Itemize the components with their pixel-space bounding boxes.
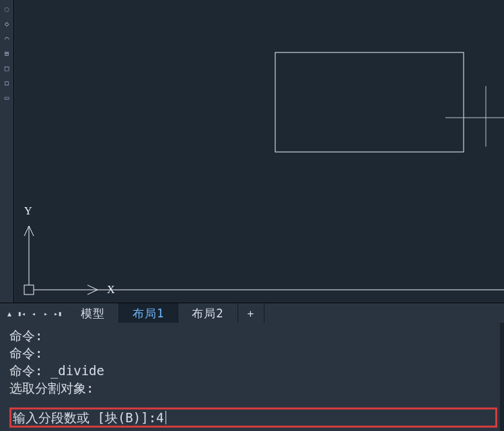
- text-cursor-icon: [166, 411, 166, 424]
- tool-icon[interactable]: ⊞: [1, 47, 13, 59]
- svg-line-3: [87, 290, 98, 295]
- last-tab-icon[interactable]: ▸▮: [52, 308, 63, 319]
- console-line: 命令:: [9, 327, 503, 344]
- tool-icon[interactable]: □: [1, 62, 13, 74]
- next-tab-icon[interactable]: ▸: [40, 308, 51, 319]
- layout-tab-bar: ▲ ▮◂ ◂ ▸ ▸▮ 模型 布局1 布局2 +: [0, 303, 504, 324]
- scroll-up-icon[interactable]: ▲: [4, 308, 15, 319]
- tab-nav-group: ▲ ▮◂ ◂ ▸ ▸▮: [0, 308, 67, 319]
- tab-list: 模型 布局1 布局2 +: [67, 303, 264, 323]
- drawing-rectangle[interactable]: [275, 52, 464, 152]
- command-console: 命令: 命令: 命令: _divide 选取分割对象: 输入分段数或 [块(B)…: [0, 323, 504, 431]
- tool-icon[interactable]: ⌒: [1, 32, 13, 44]
- console-line: 命令:: [9, 344, 503, 362]
- tool-icon[interactable]: ▭: [1, 91, 13, 104]
- console-line: 命令: _divide: [9, 362, 503, 379]
- drawing-canvas[interactable]: Y X: [15, 0, 504, 303]
- svg-line-5: [24, 226, 29, 236]
- svg-rect-0: [24, 285, 34, 295]
- tool-icon[interactable]: ◌: [1, 3, 13, 15]
- canvas-svg: Y X: [15, 0, 504, 303]
- scrollbar-vertical[interactable]: [500, 323, 504, 431]
- tab-model[interactable]: 模型: [67, 303, 119, 323]
- left-toolbar: ◌ ◇ ⌒ ⊞ □ ◻ ▭: [0, 0, 14, 303]
- first-tab-icon[interactable]: ▮◂: [16, 308, 27, 319]
- command-prompt-label: 输入分段数或 [块(B)]:: [13, 409, 156, 426]
- svg-line-6: [29, 226, 34, 236]
- tool-icon[interactable]: ◻: [1, 77, 13, 89]
- tab-add-button[interactable]: +: [238, 303, 265, 323]
- ucs-icon: [24, 226, 504, 295]
- svg-line-2: [87, 285, 98, 290]
- axis-x-label: X: [107, 284, 115, 295]
- tool-icon[interactable]: ◇: [1, 17, 13, 30]
- tab-layout2[interactable]: 布局2: [178, 303, 238, 323]
- axis-y-label: Y: [24, 205, 32, 217]
- console-line: 选取分割对象:: [9, 379, 503, 397]
- command-input[interactable]: 输入分段数或 [块(B)]: 4: [9, 407, 497, 428]
- prev-tab-icon[interactable]: ◂: [28, 308, 39, 319]
- tab-layout1[interactable]: 布局1: [119, 303, 178, 323]
- command-input-value: 4: [156, 409, 164, 426]
